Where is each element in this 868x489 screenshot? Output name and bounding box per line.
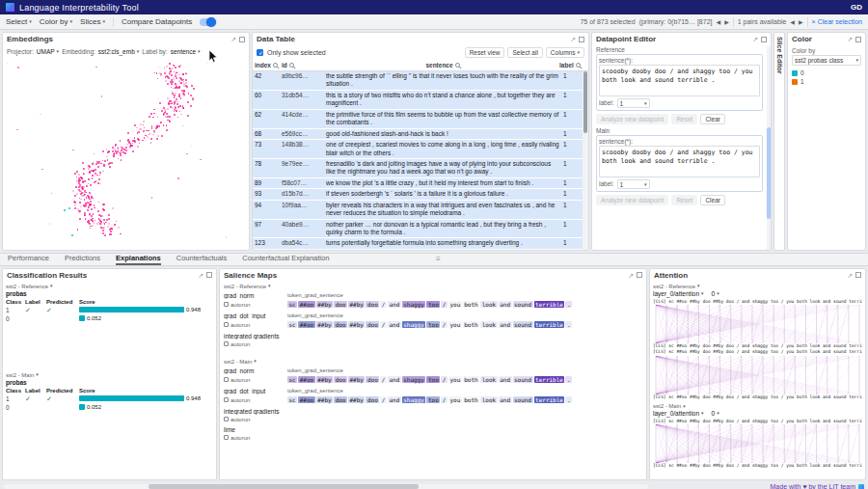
embedding-select[interactable]: sst2:cls_emb▾	[98, 48, 139, 55]
clear-button[interactable]: Clear	[700, 195, 725, 205]
embedding-point	[88, 206, 90, 208]
slice-editor-collapsed-tab[interactable]: Slice Editor	[773, 32, 785, 251]
reset-view-button[interactable]: Reset view	[465, 47, 505, 58]
analyze-new-datapoint-button[interactable]: Analyze new datapoint	[596, 114, 668, 124]
maximize-icon[interactable]	[637, 272, 642, 278]
embedding-point	[106, 149, 108, 150]
label-field-row: label:1▾	[599, 179, 760, 189]
attention-layer-select[interactable]: layer_0/attention▾	[653, 290, 704, 297]
select-all-button[interactable]: Select all	[507, 47, 542, 58]
table-row[interactable]: 62414cde…the primitive force of this fil…	[253, 110, 588, 129]
tab-predictions[interactable]: Predictions	[65, 254, 100, 265]
search-icon[interactable]	[273, 63, 278, 68]
table-row[interactable]: 6031db54…this is a story of two misfits …	[253, 91, 588, 110]
embedding-point	[75, 186, 77, 188]
scrollbar-thumb[interactable]	[149, 484, 419, 489]
search-icon[interactable]	[576, 63, 581, 68]
autorun-checkbox[interactable]	[224, 341, 229, 346]
column-header-index[interactable]: index	[255, 62, 282, 68]
editor-scrollbar[interactable]	[767, 46, 771, 250]
attention-layer-select[interactable]: layer_0/attention▾	[653, 410, 704, 417]
autorun-checkbox[interactable]	[224, 397, 229, 402]
sentence-field-input[interactable]: scoooby dooby doo / and shaggy too / you…	[599, 146, 760, 177]
table-row[interactable]: 123dba54c…turns potentially forgettable …	[253, 238, 588, 249]
popout-icon[interactable]: ↗	[231, 36, 236, 42]
chevron-down-icon: ▾	[268, 284, 271, 288]
popout-icon[interactable]: ↗	[570, 36, 576, 42]
table-row[interactable]: 42a9bc96…the subtle strength of `` ellin…	[253, 71, 588, 91]
next-datapoint-button[interactable]: ▶	[724, 18, 729, 25]
table-row[interactable]: 9740abe9…nother parker … nor donovan is …	[253, 220, 588, 239]
projector-select[interactable]: UMAP▾	[37, 48, 59, 55]
embedding-scatter[interactable]	[3, 57, 249, 250]
model-group-label: sst2 - Main▾	[6, 372, 213, 378]
popout-icon[interactable]: ↗	[847, 272, 853, 279]
maximize-icon[interactable]	[579, 37, 584, 42]
select-menu[interactable]: Select▾	[6, 17, 32, 26]
tab-counterfactual-explanation[interactable]: Counterfactual Explanation	[242, 254, 329, 265]
attention-head-select[interactable]: 0▾	[712, 290, 719, 297]
embedding-point	[176, 110, 177, 112]
autorun-checkbox[interactable]	[224, 417, 229, 421]
table-row[interactable]: 789e79ee…fresnadillo 's dark and jolting…	[253, 159, 588, 178]
sentence-field-input[interactable]: scoooby dooby doo / and shaggy too / you…	[599, 65, 760, 96]
color-by-select[interactable]: sst2 probas class▾	[792, 55, 861, 66]
autorun-checkbox[interactable]	[224, 377, 229, 382]
maximize-icon[interactable]	[855, 37, 861, 42]
scrollbar-thumb[interactable]	[767, 127, 771, 219]
popout-icon[interactable]: ↗	[628, 272, 634, 279]
column-header-id[interactable]: id	[282, 62, 326, 68]
table-row[interactable]: 73148b38…one of creepiest , scariest mov…	[253, 140, 588, 159]
embedding-point	[108, 218, 110, 220]
table-row[interactable]: 68e569cc…good old-fashioned slash-and-ha…	[253, 129, 588, 140]
prev-datapoint-button[interactable]: ◀	[717, 18, 721, 25]
table-row[interactable]: 93d15b7d…if steven soderbergh 's ` solar…	[253, 189, 588, 200]
label-select[interactable]: 1▾	[617, 179, 650, 189]
popout-icon[interactable]: ↗	[752, 36, 758, 42]
prev-pair-button[interactable]: ◀	[790, 18, 795, 25]
embedding-point	[185, 79, 187, 81]
attention-head-select[interactable]: 0▾	[712, 410, 719, 417]
drag-handle-icon[interactable]: ≡	[436, 255, 441, 263]
reset-button[interactable]: Reset	[671, 114, 697, 124]
maximize-icon[interactable]	[855, 272, 861, 278]
autorun-checkbox[interactable]	[224, 435, 229, 440]
slices-menu[interactable]: Slices▾	[80, 17, 105, 26]
label-by-select[interactable]: sentence▾	[171, 48, 201, 55]
search-icon[interactable]	[289, 63, 294, 68]
only-show-selected-checkbox[interactable]	[257, 49, 263, 56]
table-row[interactable]: 89f58c07…we know the plot 's a little cr…	[253, 178, 588, 189]
cell-sentence: the subtle strength of `` elling '' is t…	[324, 71, 561, 90]
search-icon[interactable]	[455, 63, 460, 68]
table-scrollbar[interactable]	[583, 71, 588, 250]
column-header-label[interactable]: label	[559, 62, 586, 68]
score-value: 0.052	[87, 315, 101, 321]
maximize-icon[interactable]	[761, 37, 767, 42]
tab-explanations[interactable]: Explanations	[116, 254, 161, 265]
tab-counterfactuals[interactable]: Counterfactuals	[176, 254, 228, 265]
salience-token: doo	[334, 301, 347, 308]
next-pair-button[interactable]: ▶	[799, 18, 803, 25]
analyze-new-datapoint-button[interactable]: Analyze new datapoint	[596, 195, 668, 205]
label-select[interactable]: 1▾	[617, 98, 650, 108]
probas-cell-predicted	[46, 403, 79, 412]
clear-button[interactable]: Clear	[700, 114, 725, 124]
color-by-menu[interactable]: Color by▾	[40, 17, 72, 26]
autorun-checkbox[interactable]	[224, 302, 229, 307]
compare-datapoints-toggle[interactable]	[200, 18, 215, 26]
column-header-sentence[interactable]: sentence	[326, 62, 559, 68]
maximize-icon[interactable]	[239, 37, 245, 42]
popout-icon[interactable]: ↗	[198, 272, 203, 279]
embedding-point	[92, 163, 94, 165]
user-avatar[interactable]: GD	[851, 3, 862, 12]
reset-button[interactable]: Reset	[671, 195, 697, 205]
columns-button[interactable]: Columns▾	[546, 47, 584, 58]
popout-icon[interactable]: ↗	[847, 36, 853, 42]
table-row[interactable]: 9410f9aa…byler reveals his characters in…	[253, 201, 588, 220]
scrollbar-thumb[interactable]	[583, 71, 587, 133]
maximize-icon[interactable]	[206, 272, 212, 278]
autorun-checkbox[interactable]	[224, 322, 229, 327]
clear-selection-button[interactable]: ×Clear selection	[812, 18, 862, 25]
horizontal-scrollbar[interactable]	[4, 484, 648, 489]
tab-performance[interactable]: Performance	[8, 254, 49, 265]
